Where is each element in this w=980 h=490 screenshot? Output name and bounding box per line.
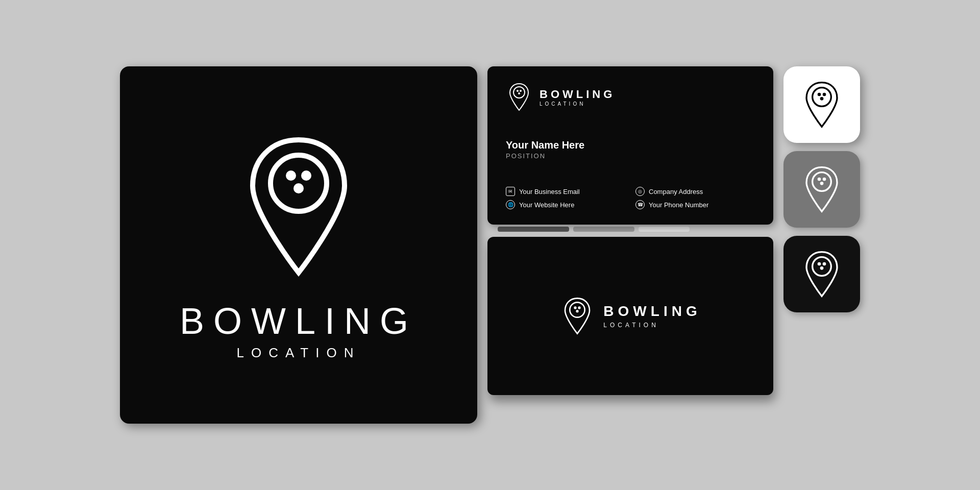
phone-label: Your Phone Number (649, 201, 708, 209)
website-contact-item: 🌐 Your Website Here (506, 200, 625, 209)
icon-gray-svg (799, 164, 845, 215)
cards-column: BOWLING LOCATION Your Name Here POSITION… (487, 66, 773, 395)
card-spacer (487, 225, 773, 234)
back-card-logo: BOWLING LOCATION (559, 296, 701, 336)
main-container: BOWLING LOCATION BOWLING LOCATION Your N… (110, 56, 870, 434)
card-header: BOWLING LOCATION (506, 82, 755, 112)
card-contact-grid: ✉ Your Business Email ◎ Company Address … (506, 187, 755, 209)
icon-tile-white (783, 66, 860, 143)
email-contact-item: ✉ Your Business Email (506, 187, 625, 196)
phone-contact-item: ☎ Your Phone Number (635, 200, 755, 209)
email-icon: ✉ (506, 187, 515, 196)
website-label: Your Website Here (519, 201, 574, 209)
business-card-back: BOWLING LOCATION (487, 237, 773, 395)
back-card-subtitle: LOCATION (603, 322, 701, 329)
card-brand-title: BOWLING (540, 88, 615, 101)
icon-black-svg (799, 249, 845, 300)
spacer-strip-3 (639, 227, 690, 232)
icon-tile-black (783, 236, 860, 312)
spacer-strip-2 (573, 227, 634, 232)
card-logo-icon (506, 82, 532, 112)
back-card-title: BOWLING (603, 303, 701, 320)
logo-title: BOWLING (180, 300, 418, 342)
logo-subtitle: LOCATION (237, 345, 361, 361)
email-label: Your Business Email (519, 188, 580, 195)
business-card-front: BOWLING LOCATION Your Name Here POSITION… (487, 66, 773, 225)
icon-white-svg (799, 79, 845, 130)
icon-tile-gray (783, 151, 860, 228)
address-icon: ◎ (635, 187, 645, 196)
website-icon: 🌐 (506, 200, 515, 209)
card-brand-subtitle: LOCATION (540, 101, 615, 107)
card-name-section: Your Name Here POSITION (506, 139, 755, 160)
card-brand: BOWLING LOCATION (540, 88, 615, 107)
back-card-text: BOWLING LOCATION (603, 303, 701, 329)
back-card-logo-icon (559, 296, 595, 336)
logo-text-group: BOWLING LOCATION (180, 300, 418, 361)
logo-square: BOWLING LOCATION (120, 66, 477, 424)
icons-column (783, 66, 860, 312)
card-position: POSITION (506, 152, 755, 160)
address-contact-item: ◎ Company Address (635, 187, 755, 196)
card-name: Your Name Here (506, 139, 755, 151)
spacer-strip-1 (498, 227, 569, 232)
phone-icon: ☎ (635, 200, 645, 209)
logo-icon-large (232, 130, 365, 285)
address-label: Company Address (649, 188, 703, 195)
